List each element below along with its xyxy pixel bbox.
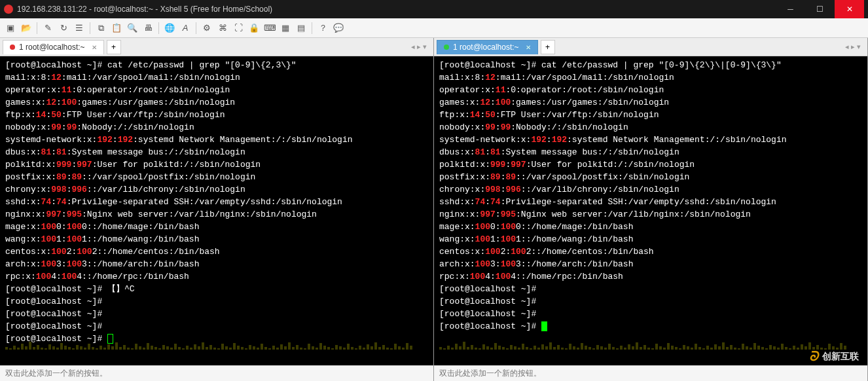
maximize-button[interactable]: ☐ <box>805 0 835 18</box>
window-controls: ─ ☐ ✕ <box>776 0 864 18</box>
tab-label: 1 root@localhost:~ <box>19 43 85 52</box>
tab-nav-arrows[interactable]: ◂ ▸ ▾ <box>411 43 431 51</box>
right-tabbar: 1 root@localhost:~ ✕ + ◂ ▸ ▾ <box>434 38 867 56</box>
left-tabbar: 1 root@localhost:~ ✕ + ◂ ▸ ▾ <box>0 38 433 56</box>
status-dot-icon <box>10 45 15 50</box>
print-icon[interactable]: 🖶 <box>141 22 154 35</box>
right-pane: 1 root@localhost:~ ✕ + ◂ ▸ ▾ [root@local… <box>434 38 868 381</box>
right-footer[interactable]: 双击此处添加一个新的按钮。 <box>434 365 867 381</box>
properties-icon[interactable]: ☰ <box>73 22 86 35</box>
tab-close-icon[interactable]: ✕ <box>92 44 97 51</box>
new-session-icon[interactable]: ▣ <box>4 22 17 35</box>
copy-icon[interactable]: ⧉ <box>94 22 107 35</box>
window-titlebar: 192.168.238.131:22 - root@localhost:~ - … <box>0 0 868 18</box>
watermark: ᘐ 创新互联 <box>809 349 859 364</box>
minimize-button[interactable]: ─ <box>776 0 805 18</box>
open-icon[interactable]: 📂 <box>20 22 33 35</box>
watermark-text: 创新互联 <box>822 351 859 363</box>
reconnect-icon[interactable]: ↻ <box>57 22 70 35</box>
edit-icon[interactable]: ✎ <box>41 22 54 35</box>
tab-label: 1 root@localhost:~ <box>453 43 519 52</box>
right-tab[interactable]: 1 root@localhost:~ ✕ <box>437 40 538 54</box>
left-tab[interactable]: 1 root@localhost:~ ✕ <box>3 40 104 54</box>
tab-close-icon[interactable]: ✕ <box>526 44 531 51</box>
tab-add-button[interactable]: + <box>107 40 121 54</box>
left-terminal[interactable]: [root@localhost ~]# cat /etc/passwd | gr… <box>0 56 433 365</box>
keyboard-icon[interactable]: ⌨ <box>263 22 276 35</box>
font-icon[interactable]: A <box>179 22 192 35</box>
network-icon[interactable]: 🌐 <box>163 22 176 35</box>
chat-icon[interactable]: 💬 <box>332 22 345 35</box>
paste-icon[interactable]: 📋 <box>110 22 123 35</box>
find-icon[interactable]: 🔍 <box>126 22 139 35</box>
app-icon <box>4 5 13 14</box>
split-panes: 1 root@localhost:~ ✕ + ◂ ▸ ▾ [root@local… <box>0 38 868 381</box>
left-pane: 1 root@localhost:~ ✕ + ◂ ▸ ▾ [root@local… <box>0 38 434 381</box>
tile-icon[interactable]: ▤ <box>295 22 308 35</box>
fullscreen-icon[interactable]: ⛶ <box>232 22 245 35</box>
status-dot-icon <box>444 45 449 50</box>
help-icon[interactable]: ？ <box>316 22 329 35</box>
right-terminal[interactable]: [root@localhost ~]# cat /etc/passwd | gr… <box>434 56 867 365</box>
synth-icon[interactable]: ⚙ <box>200 22 213 35</box>
tab-nav-arrows[interactable]: ◂ ▸ ▾ <box>845 43 865 51</box>
left-footer[interactable]: 双击此处添加一个新的按钮。 <box>0 365 433 381</box>
close-button[interactable]: ✕ <box>835 0 864 18</box>
watermark-logo-icon: ᘐ <box>809 349 818 364</box>
window-title: 192.168.238.131:22 - root@localhost:~ - … <box>17 5 776 14</box>
toolbar: ▣ 📂 ✎ ↻ ☰ ⧉ 📋 🔍 🖶 🌐 A ⚙ ⌘ ⛶ 🔒 ⌨ ▦ ▤ ？ 💬 <box>0 18 868 38</box>
screen-icon[interactable]: ▦ <box>279 22 292 35</box>
tab-add-button[interactable]: + <box>541 40 555 54</box>
script-icon[interactable]: ⌘ <box>216 22 229 35</box>
lock-icon[interactable]: 🔒 <box>247 22 261 35</box>
